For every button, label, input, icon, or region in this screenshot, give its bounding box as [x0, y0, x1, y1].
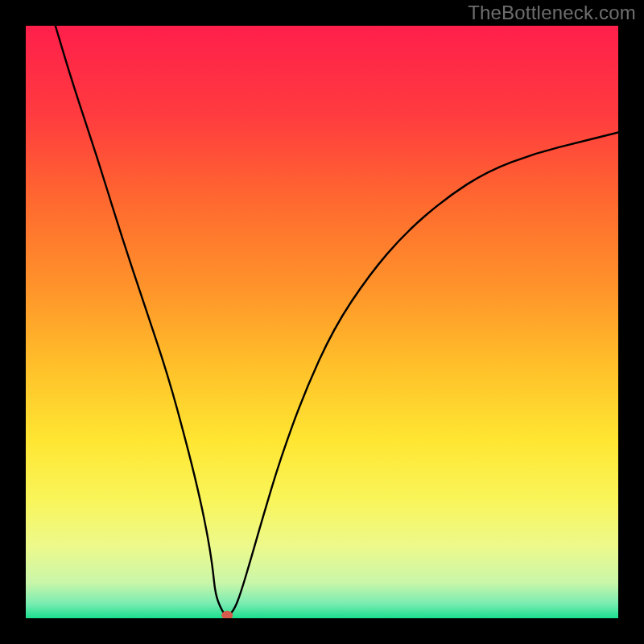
gradient-background: [26, 26, 618, 618]
plot-area: [26, 26, 618, 618]
chart-svg: [26, 26, 618, 618]
watermark-text: TheBottleneck.com: [468, 2, 636, 24]
chart-outer: TheBottleneck.com: [0, 0, 644, 644]
